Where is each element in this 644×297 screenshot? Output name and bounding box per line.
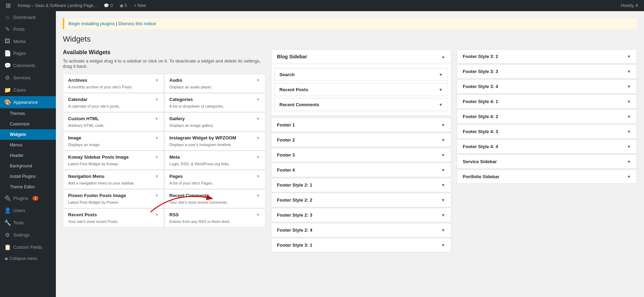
begin-installing-link[interactable]: Begin installing plugins [68, 21, 115, 26]
widget-navigation-menu[interactable]: Navigation Menu ▼ Add a navigation menu … [63, 170, 164, 189]
adminbar-posts[interactable]: ◉ 5 [117, 0, 130, 11]
sidebar-item-settings[interactable]: ⚙ Settings [0, 229, 56, 241]
footer-style-2-4-section[interactable]: Footer Style 2: 4 ▼ [271, 223, 451, 237]
chevron-down-icon: ▼ [441, 138, 445, 143]
sidebar-widget-search[interactable]: Search ▼ [274, 68, 448, 81]
chevron-up-icon: ▲ [441, 54, 445, 59]
sidebar-item-comments[interactable]: 💬 Comments [0, 59, 56, 72]
sidebar-item-dashboard[interactable]: ⌂ Dashboard [0, 11, 56, 23]
footer-style-3-2-section[interactable]: Footer Style 3: 2 ▼ [457, 49, 637, 64]
footer-style-3-1-section[interactable]: Footer Style 3: 1 ▼ [271, 238, 451, 252]
widget-meta[interactable]: Meta ▼ Login, RSS, & WordPress.org links… [164, 151, 265, 170]
service-sidebar-section[interactable]: Service Sidebar ▼ [457, 154, 637, 169]
widget-instagram[interactable]: Instagram Widget by WPZOOM ▼ Displays a … [164, 131, 265, 151]
dashboard-icon: ⌂ [4, 14, 10, 20]
footer-style-2-2-section[interactable]: Footer Style 2: 2 ▼ [271, 193, 451, 207]
widget-custom-html[interactable]: Custom HTML ▼ Arbitrary HTML code. [63, 112, 164, 131]
widget-pages[interactable]: Pages ▼ A list of your site's Pages. [164, 170, 265, 189]
sidebar-item-plugins[interactable]: 🔌 Plugins 1 [0, 192, 56, 204]
chevron-down-icon: ▼ [256, 116, 260, 121]
chevron-down-icon: ▼ [155, 155, 159, 160]
chevron-down-icon: ▼ [627, 54, 631, 59]
adminbar-site-name[interactable]: Koway – Saas & Software Landing Page... [15, 0, 100, 11]
chevron-down-icon: ▼ [441, 123, 445, 128]
sidebar-item-header[interactable]: Header [0, 150, 56, 161]
blog-sidebar-section: Blog Sidebar ▲ Search ▼ Recent Posts ▼ [271, 49, 451, 116]
widget-categories[interactable]: Categories ▼ A list or dropdown of categ… [164, 93, 265, 112]
adminbar-new[interactable]: + New [131, 0, 149, 11]
sidebar-item-appearance[interactable]: 🎨 Appearance [0, 96, 56, 108]
footer-style-4-3-section[interactable]: Footer Style 4: 3 ▼ [457, 124, 637, 139]
blog-sidebar-title: Blog Sidebar [277, 54, 307, 59]
footer-style-2-3-section[interactable]: Footer Style 2: 3 ▼ [271, 208, 451, 222]
footer-1-section[interactable]: Footer 1 ▼ [271, 118, 451, 132]
sidebar-item-install-plugins[interactable]: Install Plugins [0, 171, 56, 182]
widget-koway-sidebar[interactable]: Koway Sidebar Posts Image ▼ Latest Post … [63, 151, 164, 170]
footer-style-4-4-section[interactable]: Footer Style 4: 4 ▼ [457, 139, 637, 154]
sidebar-item-users[interactable]: 👤 Users [0, 204, 56, 217]
footer-2-section[interactable]: Footer 2 ▼ [271, 133, 451, 147]
widget-recent-posts[interactable]: Recent Posts ▼ Your site's most recent P… [63, 208, 164, 227]
sidebar-item-media[interactable]: 🖼 Media [0, 35, 56, 47]
adminbar-comments[interactable]: 💬 0 [101, 0, 116, 11]
media-icon: 🖼 [4, 38, 10, 44]
notice-bar: Begin installing plugins | Dismiss this … [63, 18, 637, 29]
chevron-down-icon: ▼ [627, 99, 631, 104]
portfolio-sidebar-section[interactable]: Portfolio Sidebar ▼ [457, 169, 637, 184]
footer-3-section[interactable]: Footer 3 ▼ [271, 148, 451, 162]
chevron-down-icon: ▼ [155, 212, 159, 217]
admin-sidebar: ⌂ Dashboard ✎ Posts 🖼 Media 📄 Pages 💬 Co… [0, 11, 56, 297]
sidebar-item-services[interactable]: ⚙ Services [0, 72, 56, 84]
main-content: Begin installing plugins | Dismiss this … [56, 11, 644, 297]
adminbar-logo[interactable]: ⊞ [3, 0, 14, 11]
sidebar-widget-recent-comments[interactable]: Recent Comments ▼ [274, 98, 448, 111]
footer-style-2-1-section[interactable]: Footer Style 2: 1 ▼ [271, 178, 451, 192]
sidebar-item-cases[interactable]: 📁 Cases [0, 84, 56, 96]
chevron-down-icon: ▼ [439, 102, 443, 107]
widget-archives[interactable]: Archives ▼ A monthly archive of your sit… [63, 74, 164, 93]
collapse-icon: ◀ [4, 256, 7, 261]
chevron-down-icon: ▼ [627, 144, 631, 149]
chevron-down-icon: ▼ [439, 87, 443, 92]
widget-gallery[interactable]: Gallery ▼ Displays an image gallery. [164, 112, 265, 131]
cases-icon: 📁 [4, 87, 10, 93]
sidebar-item-menus[interactable]: Menus [0, 140, 56, 150]
chevron-down-icon: ▼ [155, 116, 159, 121]
widget-pixeen-footer[interactable]: Pixeen Footer Posts Image ▼ Latest Post … [63, 189, 164, 208]
sidebar-item-tools[interactable]: 🔧 Tools [0, 217, 56, 229]
widget-rss[interactable]: RSS ▼ Entries from any RSS or Atom feed. [164, 208, 265, 227]
sidebar-item-widgets[interactable]: Widgets [0, 129, 56, 140]
dismiss-notice-link[interactable]: Dismiss this notice [118, 21, 156, 26]
sidebar-item-custom-fields[interactable]: 📋 Custom Fields [0, 241, 56, 253]
widget-calendar[interactable]: Calendar ▼ A calendar of your site's pos… [63, 93, 164, 112]
footer-4-section[interactable]: Footer 4 ▼ [271, 163, 451, 177]
widget-recent-comments[interactable]: Recent Comments ▼ Your site's most recen… [164, 189, 265, 208]
chevron-down-icon: ▼ [441, 213, 445, 218]
chevron-down-icon: ▼ [441, 198, 445, 203]
footer-style-3-4-section[interactable]: Footer Style 3: 4 ▼ [457, 79, 637, 94]
sidebar-item-themes[interactable]: Themes [0, 108, 56, 119]
sidebar-item-pages[interactable]: 📄 Pages [0, 47, 56, 59]
chevron-down-icon: ▼ [441, 243, 445, 248]
footer-style-3-3-section[interactable]: Footer Style 3: 3 ▼ [457, 64, 637, 79]
collapse-menu-button[interactable]: ◀ Collapse menu [0, 253, 56, 264]
sidebar-item-posts[interactable]: ✎ Posts [0, 23, 56, 35]
blog-sidebar-header[interactable]: Blog Sidebar ▲ [271, 50, 451, 64]
widget-image[interactable]: Image ▼ Displays an image. [63, 131, 164, 151]
widgets-layout: Available Widgets To activate a widget d… [63, 49, 637, 253]
footer-style-4-1-section[interactable]: Footer Style 4: 1 ▼ [457, 94, 637, 109]
chevron-down-icon: ▼ [441, 153, 445, 158]
sidebar-item-theme-editor[interactable]: Theme Editor [0, 182, 56, 192]
sidebar-item-customize[interactable]: Customize [0, 119, 56, 129]
page-title: Widgets [63, 35, 637, 44]
right-column: Footer Style 3: 2 ▼ Footer Style 3: 3 ▼ … [457, 49, 637, 184]
plugins-icon: 🔌 [4, 195, 10, 202]
widget-audio[interactable]: Audio ▼ Displays an audio player. [164, 74, 265, 93]
sidebar-widget-recent-posts[interactable]: Recent Posts ▼ [274, 83, 448, 96]
chevron-down-icon: ▼ [627, 114, 631, 119]
footer-style-4-2-section[interactable]: Footer Style 4: 2 ▼ [457, 109, 637, 124]
appearance-icon: 🎨 [4, 99, 10, 106]
chevron-down-icon: ▼ [627, 69, 631, 74]
sidebar-item-background[interactable]: Background [0, 161, 56, 171]
tools-icon: 🔧 [4, 219, 10, 226]
